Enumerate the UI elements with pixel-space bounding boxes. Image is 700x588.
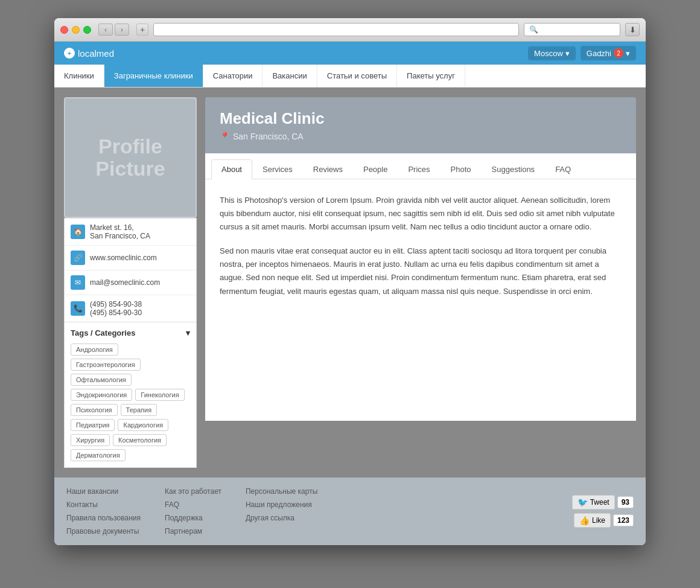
app-header: + localmed Moscow ▾ Gadzhi 2 ▾ [54,42,646,65]
city-button[interactable]: Moscow ▾ [528,46,576,60]
about-content: This is Photoshop's version of Lorem Ips… [205,179,636,421]
logo-icon: + [64,48,75,59]
city-label: Moscow [534,49,563,58]
tag-item[interactable]: Терапия [121,404,158,416]
download-button[interactable]: ⬇ [625,23,640,36]
search-icon: 🔍 [529,25,538,34]
about-paragraph-2: Sed non mauris vitae erat consequat auct… [220,244,622,298]
tweet-label: Tweet [590,498,609,507]
link-icon: 🔗 [71,251,85,265]
nav-item-articles[interactable]: Статьи и советы [317,65,397,87]
nav-item-vacancies[interactable]: Вакансии [262,65,317,87]
main-content: ProfilePicture 🏠 Market st. 16, San Fran… [54,88,646,478]
footer-link-rules[interactable]: Правила пользования [66,514,141,522]
user-button[interactable]: Gadzhi 2 ▾ [581,46,636,60]
new-tab-button[interactable]: + [136,24,148,36]
app-footer: Наши вакансии Контакты Правила пользован… [54,478,646,545]
tags-collapse-icon[interactable]: ▾ [186,328,190,337]
facebook-icon: 👍 [579,516,590,525]
tag-item[interactable]: Педиатрия [71,419,115,431]
tab-faq[interactable]: FAQ [545,159,581,179]
close-button[interactable] [60,26,68,34]
browser-window: ‹ › + 🔍 ⬇ + localmed Moscow ▾ Gadzhi [54,18,646,545]
tab-photo[interactable]: Photo [441,159,482,179]
address-row: 🏠 Market st. 16, San Francisco, CA [65,219,196,246]
tag-item[interactable]: Дерматология [71,449,126,461]
clinic-location: 📍 San Francisco, CA [220,132,622,141]
clinic-header: Medical Clinic 📍 San Francisco, CA [205,97,636,153]
tweet-button[interactable]: 🐦 Tweet [572,495,615,510]
tab-people[interactable]: People [353,159,398,179]
right-panel: Medical Clinic 📍 San Francisco, CA About… [205,97,636,468]
sidebar: ProfilePicture 🏠 Market st. 16, San Fran… [64,97,197,468]
address-bar[interactable] [153,23,519,36]
email-text[interactable]: mail@someclinic.com [90,278,160,287]
browser-search-bar[interactable]: 🔍 [524,23,620,36]
clinic-name: Medical Clinic [220,109,622,128]
minimize-button[interactable] [72,26,80,34]
clinic-city: San Francisco, CA [233,132,304,141]
footer-link-legal[interactable]: Правовые документы [66,527,141,535]
contact-info: 🏠 Market st. 16, San Francisco, CA 🔗 www… [64,218,197,322]
address-text: Market st. 16, San Francisco, CA [90,223,150,240]
nav-item-packages[interactable]: Пакеты услуг [397,65,465,87]
tabs-container: About Services Reviews People Prices Pho… [205,153,636,179]
tag-item[interactable]: Косметология [113,434,167,446]
footer-link-other[interactable]: Другая ссылка [246,514,317,522]
user-chevron-icon: ▾ [626,49,630,58]
tab-prices[interactable]: Prices [398,159,440,179]
website-text[interactable]: www.someclinic.com [90,254,157,262]
browser-nav-arrows: ‹ › [98,24,129,36]
twitter-icon: 🐦 [578,497,588,507]
like-label: Like [592,516,605,525]
tag-item[interactable]: Кардиология [118,419,168,431]
footer-link-personal-cards[interactable]: Персональные карты [246,487,317,496]
tag-item[interactable]: Эндокринология [71,389,132,401]
website-row[interactable]: 🔗 www.someclinic.com [65,246,196,270]
nav-item-sanatoriums[interactable]: Санатории [203,65,263,87]
header-right: Moscow ▾ Gadzhi 2 ▾ [528,46,636,60]
tab-reviews[interactable]: Reviews [303,159,353,179]
profile-picture-placeholder: ProfilePicture [95,135,165,181]
profile-picture-box: ProfilePicture [64,97,197,218]
like-button[interactable]: 👍 Like [574,513,611,528]
footer-col-3: Персональные карты Наши предложения Друг… [246,487,317,535]
tag-item[interactable]: Гастроэнтерология [71,359,141,371]
tag-item[interactable]: Хирургия [71,434,110,446]
forward-button[interactable]: › [115,24,129,36]
tag-item[interactable]: Гинекология [135,389,184,401]
footer-link-partners[interactable]: Партнерам [165,527,221,535]
tag-item[interactable]: Психология [71,404,118,416]
footer-link-support[interactable]: Поддержка [165,514,221,522]
tag-item[interactable]: Андрология [71,344,118,356]
phone-icon: 📞 [71,301,85,316]
tag-item[interactable]: Офтальмология [71,374,132,386]
footer-link-how-it-works[interactable]: Как это работает [165,487,221,496]
tab-about[interactable]: About [211,159,252,179]
nav-item-clinics[interactable]: Клиники [54,65,104,87]
tags-section: Tags / Categories ▾ Андрология Гастроэнт… [64,322,197,468]
footer-link-faq[interactable]: FAQ [165,500,221,509]
phone-row: 📞 (495) 854-90-38 (495) 854-90-30 [65,295,196,322]
browser-titlebar: ‹ › + 🔍 ⬇ [54,18,646,42]
footer-link-vacancies[interactable]: Наши вакансии [66,487,141,496]
tweet-count: 93 [617,496,634,508]
footer-link-our-offers[interactable]: Наши предложения [246,500,317,509]
logo: + localmed [64,48,114,59]
footer-link-contacts[interactable]: Контакты [66,500,141,509]
tab-suggestions[interactable]: Suggestions [482,159,546,179]
nav-bar: Клиники Заграничные клиники Санатории Ва… [54,65,646,88]
phone-text: (495) 854-90-38 (495) 854-90-30 [90,300,142,317]
maximize-button[interactable] [83,26,91,34]
logo-text: localmed [78,48,114,59]
tags-header: Tags / Categories ▾ [71,328,190,337]
city-chevron-icon: ▾ [565,49,570,58]
footer-col-2: Как это работает FAQ Поддержка Партнерам [165,487,221,535]
back-button[interactable]: ‹ [98,24,113,36]
email-row[interactable]: ✉ mail@someclinic.com [65,270,196,295]
home-icon: 🏠 [71,225,85,239]
username-label: Gadzhi [587,49,611,58]
nav-item-foreign-clinics[interactable]: Заграничные клиники [104,65,203,87]
tab-services[interactable]: Services [252,159,303,179]
about-paragraph-1: This is Photoshop's version of Lorem Ips… [220,194,622,234]
